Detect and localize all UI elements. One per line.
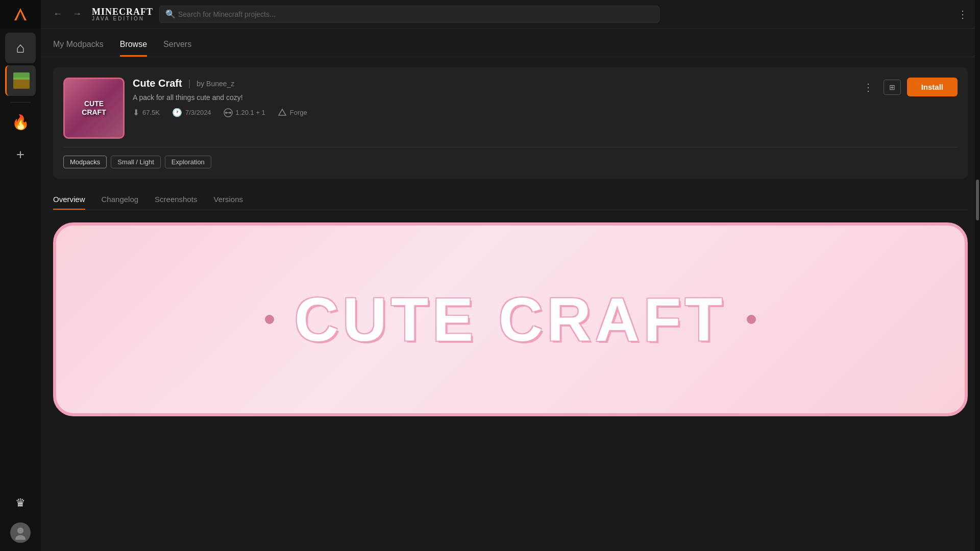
banner-title: CUTE CRAFT [265, 284, 756, 355]
crown-icon: ♛ [15, 496, 26, 510]
svg-point-5 [17, 528, 23, 534]
top-bar: ← → MINECRAFT JAVA EDITION 🔍 ⋮ [41, 0, 980, 29]
main-content: ← → MINECRAFT JAVA EDITION 🔍 ⋮ My M [41, 0, 980, 551]
modpack-thumbnail-text: CUTE CRAFT [78, 95, 110, 121]
sub-tab-changelog[interactable]: Changelog [102, 189, 139, 210]
more-options-icon: ⋮ [863, 82, 873, 93]
nav-rail: ⌂ 🔥 + ♛ [0, 0, 41, 551]
meta-loader: Forge [278, 108, 307, 117]
svg-marker-11 [279, 109, 286, 115]
modpack-title-row: Cute Craft | by Bunee_z [133, 78, 851, 89]
download-icon: ⬇ [133, 108, 139, 117]
scrollbar-thumb[interactable] [976, 180, 979, 220]
sidebar-item-flame[interactable]: 🔥 [5, 107, 36, 137]
svg-point-8 [225, 112, 227, 114]
search-icon: 🔍 [165, 9, 176, 19]
nav-divider-1 [10, 102, 31, 103]
edition-label: EDITION [113, 16, 145, 21]
svg-rect-2 [13, 79, 30, 89]
sidebar-item-home[interactable]: ⌂ [5, 33, 36, 63]
modpack-meta: ⬇ 67.5K 🕐 7/3/2024 [133, 108, 851, 117]
grid-icon: ⊞ [889, 83, 895, 91]
back-arrow-icon: ← [53, 9, 62, 19]
loader-icon [278, 108, 287, 117]
meta-downloads: ⬇ 67.5K [133, 108, 160, 117]
forward-button[interactable]: → [68, 7, 86, 21]
meta-date: 🕐 7/3/2024 [172, 108, 211, 117]
minecraft-logo-subtitle: JAVA EDITION [92, 16, 153, 21]
search-input[interactable] [159, 6, 659, 23]
nav-arrows: ← → [49, 7, 86, 21]
modpack-card: CUTE CRAFT Cute Craft | by Bunee_z A pac… [53, 67, 968, 179]
tabs-container: My Modpacks Browse Servers [41, 33, 980, 57]
menu-dots-icon: ⋮ [958, 9, 968, 20]
home-icon: ⌂ [16, 40, 25, 56]
svg-point-6 [15, 535, 26, 540]
tab-servers[interactable]: Servers [163, 33, 191, 57]
modpack-header: CUTE CRAFT Cute Craft | by Bunee_z A pac… [63, 78, 958, 139]
modpack-info: Cute Craft | by Bunee_z A pack for all t… [133, 78, 851, 117]
menu-button[interactable]: ⋮ [953, 6, 972, 22]
modpack-title: Cute Craft [133, 78, 182, 89]
minecraft-logo-text: MINECRAFT [92, 7, 153, 16]
flame-icon: 🔥 [12, 114, 30, 131]
banner-area: CUTE CRAFT [53, 222, 968, 416]
sub-tab-versions[interactable]: Versions [213, 189, 243, 210]
minecraft-logo-topbar: MINECRAFT JAVA EDITION [92, 7, 153, 21]
nav-top-bar [0, 0, 41, 29]
sidebar-item-crown[interactable]: ♛ [5, 488, 36, 518]
install-button[interactable]: Install [907, 78, 958, 96]
top-bar-actions: ⋮ [953, 6, 972, 22]
sub-tab-screenshots[interactable]: Screenshots [155, 189, 197, 210]
modpack-actions: ⋮ ⊞ Install [859, 78, 958, 96]
minecraft-icon [12, 71, 31, 90]
content-area: CUTE CRAFT Cute Craft | by Bunee_z A pac… [41, 57, 980, 551]
svg-point-9 [229, 112, 231, 114]
banner-title-text: CUTE CRAFT [295, 284, 727, 355]
banner-dot-left [265, 315, 274, 324]
modpack-description: A pack for all things cute and cozy! [133, 93, 851, 102]
more-options-button[interactable]: ⋮ [859, 79, 877, 95]
version-icon [224, 108, 233, 117]
grid-view-button[interactable]: ⊞ [884, 80, 901, 95]
svg-rect-4 [13, 78, 30, 80]
java-label: JAVA [92, 16, 110, 21]
banner-dot-right [747, 315, 756, 324]
user-avatar[interactable] [10, 522, 31, 543]
sidebar-item-add[interactable]: + [5, 139, 36, 170]
detail-tabs: Overview Changelog Screenshots Versions [53, 189, 968, 210]
scrollbar-track[interactable] [975, 0, 980, 551]
tab-my-modpacks[interactable]: My Modpacks [53, 33, 104, 57]
title-separator: | [188, 78, 191, 89]
curseforge-logo [12, 6, 29, 22]
nav-bottom: ♛ [5, 488, 36, 551]
tab-browse[interactable]: Browse [120, 33, 147, 57]
tags-row: Modpacks Small / Light Exploration [63, 147, 958, 168]
clock-icon: 🕐 [172, 108, 182, 117]
user-icon [13, 525, 28, 540]
modpack-author: by Bunee_z [197, 80, 234, 88]
modpack-thumbnail: CUTE CRAFT [63, 78, 125, 139]
meta-version: 1.20.1 + 1 [224, 108, 265, 117]
add-icon: + [16, 146, 24, 163]
tag-exploration[interactable]: Exploration [165, 156, 211, 168]
tag-small-light[interactable]: Small / Light [111, 156, 161, 168]
search-bar: 🔍 [159, 6, 659, 23]
sub-tab-overview[interactable]: Overview [53, 189, 85, 210]
forward-arrow-icon: → [72, 9, 82, 19]
back-button[interactable]: ← [49, 7, 66, 21]
sidebar-item-minecraft[interactable] [5, 65, 36, 96]
tag-modpacks[interactable]: Modpacks [63, 156, 107, 168]
